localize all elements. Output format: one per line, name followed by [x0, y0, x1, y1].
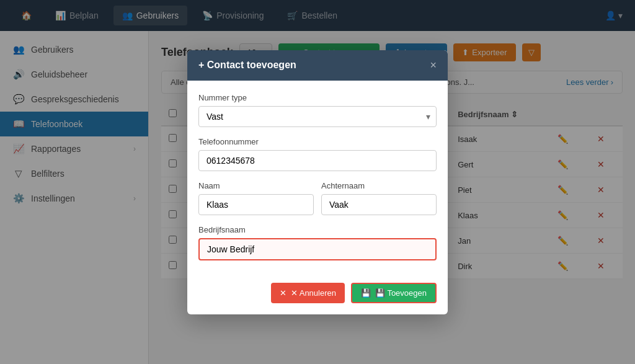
naam-group: Naam: [198, 181, 314, 215]
modal-title: + Contact toevoegen: [198, 60, 296, 71]
naam-label: Naam: [198, 181, 314, 190]
toevoegen-button[interactable]: 💾 💾 Toevoegen: [351, 283, 437, 303]
achternaam-input[interactable]: [321, 194, 437, 215]
bedrijfsnaam-label: Bedrijfsnaam: [198, 225, 437, 234]
achternaam-group: Achternaam: [321, 181, 437, 215]
nummer-type-label: Nummer type: [198, 93, 437, 102]
modal-footer: ✕ ✕ Annuleren 💾 💾 Toevoegen: [187, 283, 448, 314]
modal-close-button[interactable]: ×: [430, 59, 437, 72]
naam-row: Naam Achternaam: [198, 181, 437, 225]
nummer-type-select[interactable]: Vast Mobiel Fax: [198, 106, 437, 127]
telefoonnummer-label: Telefoonnummer: [198, 137, 437, 146]
modal-overlay[interactable]: + Contact toevoegen × Nummer type Vast M…: [0, 0, 635, 364]
telefoonnummer-input[interactable]: [198, 150, 437, 171]
contact-modal: + Contact toevoegen × Nummer type Vast M…: [187, 50, 448, 314]
naam-input[interactable]: [198, 194, 314, 215]
nummer-type-select-wrapper: Vast Mobiel Fax ▾: [198, 106, 437, 127]
telefoonnummer-group: Telefoonnummer: [198, 137, 437, 171]
achternaam-label: Achternaam: [321, 181, 437, 190]
nummer-type-group: Nummer type Vast Mobiel Fax ▾: [198, 93, 437, 127]
bedrijfsnaam-input[interactable]: [198, 238, 437, 260]
modal-header: + Contact toevoegen ×: [187, 50, 448, 81]
cancel-icon: ✕: [280, 288, 286, 298]
annuleren-button[interactable]: ✕ ✕ Annuleren: [271, 283, 345, 303]
bedrijfsnaam-group: Bedrijfsnaam: [198, 225, 437, 260]
save-icon: 💾: [361, 288, 371, 298]
modal-body: Nummer type Vast Mobiel Fax ▾ Telefoonnu…: [187, 81, 448, 283]
